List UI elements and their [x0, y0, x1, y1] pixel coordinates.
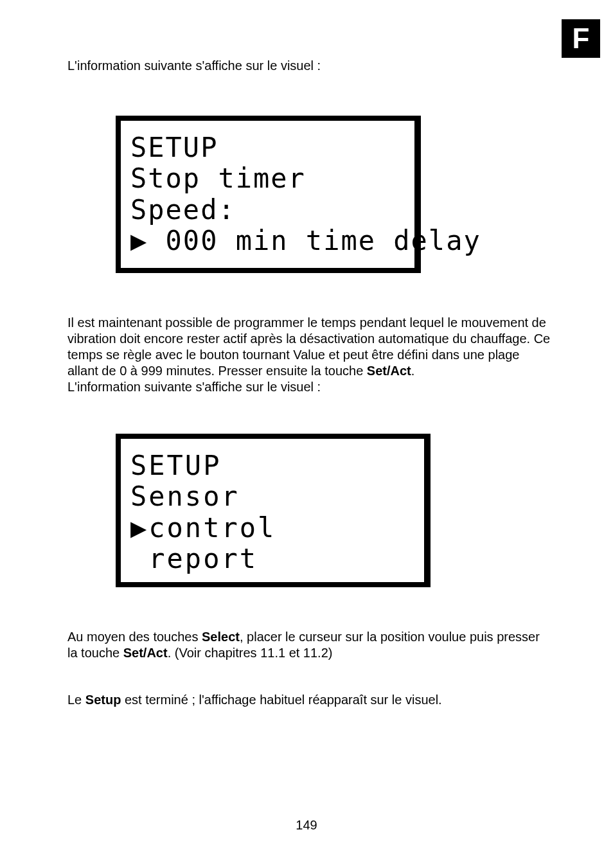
- para3-text3: . (Voir chapitres 11.1 et 11.2): [168, 646, 333, 660]
- para4-text2: est terminé ; l'affichage habituel réapp…: [121, 693, 441, 707]
- paragraph-3: Au moyen des touches Select, placer le c…: [67, 629, 552, 661]
- para3-bold1: Select: [202, 630, 240, 644]
- para2-text1: Il est maintenant possible de programmer…: [67, 315, 550, 378]
- para2-bold1: Set/Act: [367, 364, 411, 378]
- section-letter: F: [573, 22, 590, 55]
- intro-text-1: L'information suivante s'affiche sur le …: [67, 58, 552, 74]
- para4-text1: Le: [67, 693, 85, 707]
- paragraph-2: Il est maintenant possible de programmer…: [67, 315, 552, 395]
- para3-text1: Au moyen des touches: [67, 630, 202, 644]
- lcd2-line3: ▶control: [130, 513, 408, 544]
- lcd1-line3: Speed:: [130, 195, 398, 226]
- page-content: L'information suivante s'affiche sur le …: [0, 0, 613, 708]
- lcd-screen-1: SETUP Stop timer Speed: ▶ 000 min time d…: [116, 116, 421, 273]
- lcd2-line4: report: [130, 544, 408, 574]
- para3-bold2: Set/Act: [123, 646, 168, 660]
- paragraph-4: Le Setup est terminé ; l'affichage habit…: [67, 692, 552, 708]
- para2-text2: .: [411, 364, 415, 378]
- lcd-screen-2: SETUP Sensor ▶control report: [116, 434, 431, 587]
- para2-line2: L'information suivante s'affiche sur le …: [67, 380, 321, 394]
- lcd1-line4: ▶ 000 min time delay: [130, 226, 398, 256]
- lcd1-line1: SETUP: [130, 132, 398, 163]
- page-number: 149: [0, 818, 613, 833]
- lcd1-line2: Stop timer: [130, 163, 398, 194]
- section-tab: F: [562, 19, 600, 58]
- para4-bold1: Setup: [85, 693, 121, 707]
- lcd2-line1: SETUP: [130, 450, 408, 481]
- lcd2-line2: Sensor: [130, 481, 408, 512]
